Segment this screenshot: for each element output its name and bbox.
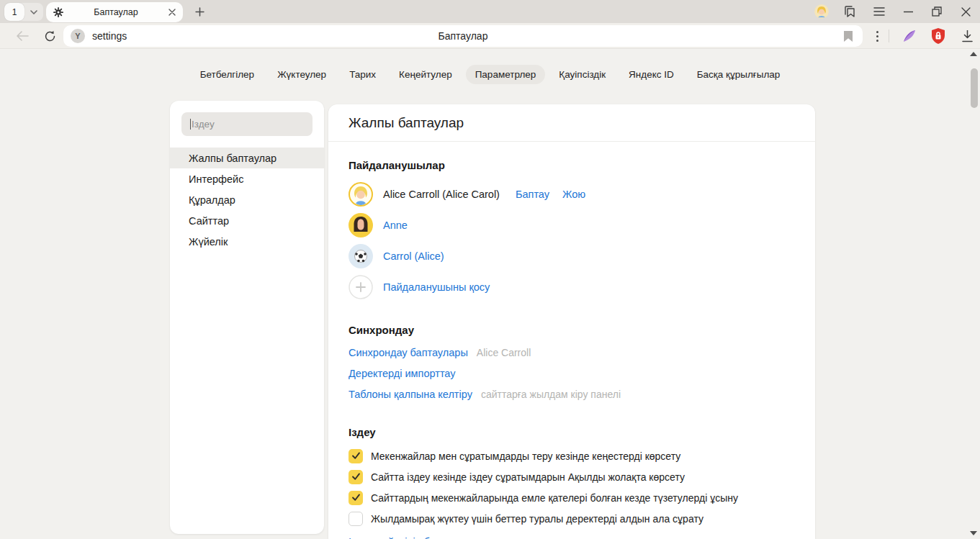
page-title: Жалпы баптаулар: [349, 115, 464, 131]
checkbox-label: Сайтта іздеу кезінде іздеу сұратымдарын …: [371, 471, 685, 483]
toolbar-separator: [889, 30, 889, 42]
main-header: Жалпы баптаулар: [328, 104, 815, 142]
user-delete-link[interactable]: Жою: [562, 189, 585, 200]
tab-strip: 1 Баптаулар: [0, 0, 980, 23]
gear-icon: [53, 7, 63, 17]
tableau-note: сайттарға жылдам кіру панелі: [481, 389, 621, 400]
import-data-link[interactable]: Деректерді импорттау: [349, 368, 456, 379]
checkbox-checked[interactable]: [349, 449, 363, 463]
back-icon[interactable]: [13, 27, 32, 45]
minimize-button[interactable]: [894, 0, 922, 23]
search-engine-settings-row: Іздеу жүйесінің баптаулары: [349, 535, 795, 539]
text-caret: [190, 119, 191, 130]
checkbox-checked[interactable]: [349, 470, 363, 484]
downloads-icon[interactable]: [958, 27, 976, 45]
checkbox-unchecked[interactable]: [349, 512, 363, 526]
close-tab-icon[interactable]: [168, 9, 176, 16]
avatar: [814, 4, 829, 19]
url-text[interactable]: settings: [92, 30, 127, 42]
user-configure-link[interactable]: Баптау: [516, 189, 549, 200]
tab-title: Баптаулар: [63, 7, 168, 17]
profile-avatar[interactable]: [807, 0, 836, 23]
tab-downloads[interactable]: Жүктеулер: [268, 65, 336, 84]
checkbox-label: Сайттардың мекенжайларында емле қателері…: [371, 492, 738, 504]
browser-tab[interactable]: Баптаулар: [46, 2, 183, 22]
collections-icon[interactable]: [836, 0, 865, 23]
tab-other-devices[interactable]: Басқа құрылғылар: [688, 65, 790, 84]
sidebar-item-tools[interactable]: Құралдар: [170, 189, 324, 210]
more-options-icon[interactable]: [868, 27, 886, 45]
address-bar[interactable]: Y settings Баптаулар: [63, 25, 863, 47]
sync-account-note: Alice Carroll: [477, 347, 531, 358]
users-section-title: Пайдаланушылар: [349, 159, 795, 171]
scrollbar[interactable]: [969, 49, 979, 539]
sync-settings-row: Синхрондау баптаулары Alice Carroll: [349, 342, 795, 363]
restore-button[interactable]: [922, 0, 951, 23]
turbo-feather-icon[interactable]: [900, 27, 919, 45]
bookmark-icon[interactable]: [844, 31, 853, 45]
checkbox-row-prefetch: Жылдамырақ жүктеу үшін беттер туралы дер…: [349, 508, 795, 529]
checkbox-checked[interactable]: [349, 491, 363, 505]
scroll-up-icon[interactable]: [970, 52, 977, 56]
add-user-row[interactable]: Пайдаланушыны қосу: [349, 271, 795, 302]
protect-shield-icon[interactable]: [929, 27, 948, 45]
user-name-link[interactable]: Anne: [383, 219, 408, 231]
sync-settings-link[interactable]: Синхрондау баптаулары: [349, 347, 468, 358]
user-row-carrol: Carrol (Alice): [349, 240, 795, 271]
checkbox-row-suggestions: Мекенжайлар мен сұратымдарды теру кезінд…: [349, 445, 795, 466]
add-user-link[interactable]: Пайдаланушыны қосу: [383, 281, 490, 293]
user-name: Alice Carroll (Alice Carol): [383, 189, 500, 200]
search-section-title: Іздеу: [349, 426, 795, 438]
search-engine-settings-link[interactable]: Іздеу жүйесінің баптаулары: [349, 536, 482, 539]
close-window-button[interactable]: [951, 0, 980, 23]
user-row-alice: Alice Carroll (Alice Carol) Баптау Жою: [349, 178, 795, 209]
alice-avatar[interactable]: [349, 182, 373, 207]
settings-main-panel: Жалпы баптаулар Пайдаланушылар Alice Car…: [328, 104, 815, 539]
tab-counter[interactable]: 1: [4, 3, 24, 21]
scrollbar-thumb[interactable]: [971, 68, 978, 108]
reload-icon[interactable]: [40, 27, 59, 45]
menu-icon[interactable]: [865, 0, 894, 23]
search-placeholder: Іздеу: [192, 119, 215, 130]
tab-settings[interactable]: Параметрлер: [466, 65, 546, 84]
tab-bookmarks[interactable]: Бетбелгілер: [191, 65, 264, 84]
toolbar: Y settings Баптаулар: [0, 23, 980, 49]
checkbox-row-site-search: Сайтта іздеу кезінде іздеу сұратымдарын …: [349, 466, 795, 487]
tab-security[interactable]: Қауіпсіздік: [549, 65, 615, 84]
scroll-down-icon[interactable]: [970, 531, 977, 535]
user-row-anne: Anne: [349, 209, 795, 240]
tab-yandex-id[interactable]: Яндекс ID: [619, 65, 683, 84]
site-favicon: Y: [71, 29, 85, 43]
tab-extensions[interactable]: Кеңейтулер: [390, 65, 462, 84]
tab-history[interactable]: Тарих: [340, 65, 385, 84]
user-name-link[interactable]: Carrol (Alice): [383, 250, 444, 262]
sidebar-list: Жалпы баптаулар Интерфейс Құралдар Сайтт…: [170, 148, 324, 252]
addressbar-page-title: Баптаулар: [63, 30, 863, 42]
import-data-row: Деректерді импорттау: [349, 363, 795, 384]
restore-tableau-link[interactable]: Таблоны қалпына келтіру: [349, 389, 472, 400]
settings-page: Бетбелгілер Жүктеулер Тарих Кеңейтулер П…: [0, 49, 980, 539]
anne-avatar[interactable]: [349, 213, 373, 237]
sidebar-item-interface[interactable]: Интерфейс: [170, 168, 324, 189]
settings-nav-tabs: Бетбелгілер Жүктеулер Тарих Кеңейтулер П…: [0, 65, 980, 84]
carrol-avatar[interactable]: [349, 244, 373, 268]
sync-section-title: Синхрондау: [349, 324, 795, 336]
search-input[interactable]: Іздеу: [181, 112, 313, 136]
checkbox-label: Жылдамырақ жүктеу үшін беттер туралы дер…: [371, 513, 703, 525]
sidebar-item-sites[interactable]: Сайттар: [170, 210, 324, 231]
new-tab-button[interactable]: [190, 3, 209, 21]
restore-tableau-row: Таблоны қалпына келтіру сайттарға жылдам…: [349, 384, 795, 404]
chevron-down-icon[interactable]: [24, 10, 43, 14]
add-user-icon[interactable]: [349, 275, 373, 299]
sidebar-item-general[interactable]: Жалпы баптаулар: [170, 148, 324, 168]
tab-counter-group[interactable]: 1: [4, 3, 43, 21]
sidebar-item-system[interactable]: Жүйелік: [170, 231, 324, 252]
checkbox-row-spelling: Сайттардың мекенжайларында емле қателері…: [349, 487, 795, 508]
checkbox-label: Мекенжайлар мен сұратымдарды теру кезінд…: [371, 450, 680, 462]
settings-sidebar: Іздеу Жалпы баптаулар Интерфейс Құралдар…: [170, 101, 324, 534]
